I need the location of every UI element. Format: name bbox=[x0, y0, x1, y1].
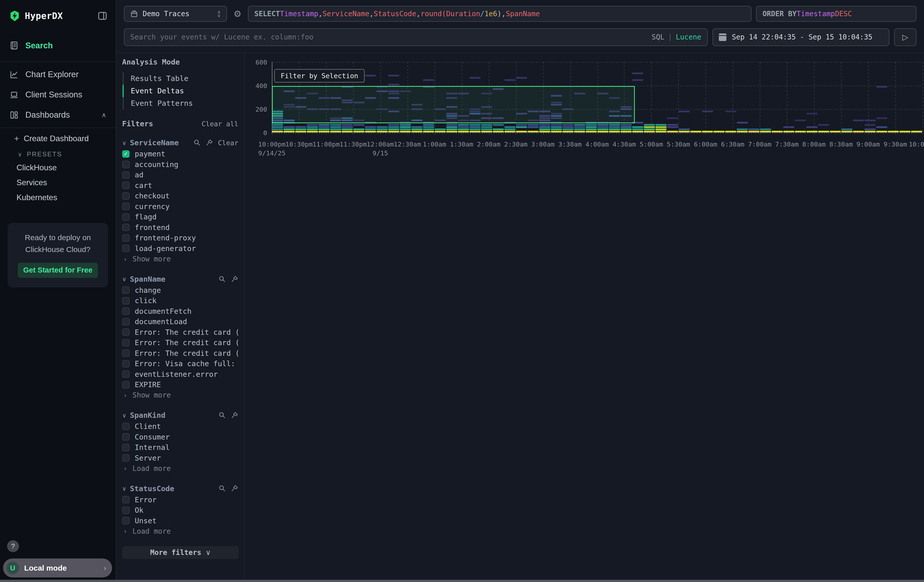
checkbox[interactable]: ✓ bbox=[122, 444, 130, 451]
filter-checkbox-row[interactable]: ✓ checkout bbox=[122, 191, 239, 201]
filter-group-header-spanname[interactable]: ∨ SpanName bbox=[122, 273, 239, 285]
sidebar-item-dashboards[interactable]: Dashboards ∧ bbox=[0, 105, 116, 125]
filter-checkbox-row[interactable]: ✓ Error bbox=[122, 495, 239, 505]
filter-checkbox-row[interactable]: ✓ Error: The credit card (… bbox=[122, 327, 239, 337]
filter-checkbox-row[interactable]: ✓ Unset bbox=[122, 516, 239, 526]
search-icon[interactable] bbox=[193, 139, 201, 147]
checkbox[interactable]: ✓ bbox=[122, 381, 130, 388]
mode-lucene-toggle[interactable]: Lucene bbox=[676, 33, 701, 41]
get-started-button[interactable]: Get Started for Free bbox=[18, 263, 98, 278]
checkbox[interactable]: ✓ bbox=[122, 161, 130, 168]
more-filters-button[interactable]: More filters ∨ bbox=[122, 546, 239, 559]
filter-checkbox-row[interactable]: ✓ ad bbox=[122, 170, 239, 180]
checkbox[interactable]: ✓ bbox=[122, 192, 130, 199]
checkbox[interactable]: ✓ bbox=[122, 506, 130, 514]
filter-checkbox-row[interactable]: ✓ payment bbox=[122, 149, 239, 159]
filter-group-header-spankind[interactable]: ∨ SpanKind bbox=[122, 409, 239, 421]
checkbox[interactable]: ✓ bbox=[122, 339, 130, 346]
filter-checkbox-row[interactable]: ✓ documentLoad bbox=[122, 317, 239, 327]
sidebar-item-search[interactable]: Search bbox=[0, 35, 116, 56]
checkbox[interactable]: ✓ bbox=[122, 371, 130, 378]
checkbox[interactable]: ✓ bbox=[122, 496, 130, 503]
checkbox[interactable]: ✓ bbox=[122, 224, 130, 231]
presets-toggle[interactable]: ∨ PRESETS bbox=[0, 147, 116, 160]
filter-checkbox-row[interactable]: ✓ load-generator bbox=[122, 243, 239, 254]
filter-checkbox-row[interactable]: ✓ EXPIRE bbox=[122, 379, 239, 390]
filter-checkbox-row[interactable]: ✓ Consumer bbox=[122, 432, 239, 442]
checkbox[interactable]: ✓ bbox=[122, 360, 130, 368]
sidebar-item-client-sessions[interactable]: Client Sessions bbox=[0, 84, 116, 105]
collapse-sidebar-icon[interactable] bbox=[97, 11, 107, 21]
filter-group-header-servicename[interactable]: ∨ ServiceName Clear bbox=[122, 137, 239, 149]
sidebar-preset-item[interactable]: Services bbox=[0, 175, 116, 190]
date-range-picker[interactable]: Sep 14 22:04:35 - Sep 15 10:04:35 bbox=[713, 28, 889, 46]
filter-checkbox-row[interactable]: ✓ Error: The credit card (… bbox=[122, 338, 239, 348]
pin-icon[interactable] bbox=[231, 485, 238, 492]
analysis-mode-item[interactable]: Event Deltas bbox=[124, 85, 238, 97]
checkbox[interactable]: ✓ bbox=[122, 307, 130, 315]
help-button[interactable]: ? bbox=[7, 540, 19, 552]
filter-checkbox-row[interactable]: ✓ click bbox=[122, 295, 239, 306]
filter-checkbox-row[interactable]: ✓ Ok bbox=[122, 505, 239, 515]
local-mode-button[interactable]: U Local mode › bbox=[3, 559, 112, 577]
checkbox[interactable]: ✓ bbox=[122, 297, 130, 304]
checkbox[interactable]: ✓ bbox=[122, 433, 130, 440]
filter-checkbox-row[interactable]: ✓ eventListener.error bbox=[122, 369, 239, 379]
mode-sql-toggle[interactable]: SQL bbox=[652, 33, 665, 41]
group-clear-link[interactable]: Clear bbox=[218, 139, 238, 147]
analysis-mode-item[interactable]: Results Table bbox=[124, 73, 238, 85]
checkbox[interactable]: ✓ bbox=[122, 150, 130, 158]
checkbox[interactable]: ✓ bbox=[122, 234, 130, 242]
spankind-load-more[interactable]: › Load more bbox=[122, 463, 239, 474]
filter-group-header-statuscode[interactable]: ∨ StatusCode bbox=[122, 483, 239, 495]
pin-icon[interactable] bbox=[205, 139, 213, 147]
spanname-show-more[interactable]: › Show more bbox=[122, 390, 239, 401]
filter-checkbox-row[interactable]: ✓ frontend-proxy bbox=[122, 233, 239, 243]
statuscode-load-more[interactable]: › Load more bbox=[122, 526, 239, 536]
settings-gear-icon[interactable]: ⚙ bbox=[232, 9, 243, 19]
checkbox[interactable]: ✓ bbox=[122, 287, 130, 294]
checkbox[interactable]: ✓ bbox=[122, 245, 130, 252]
checkbox[interactable]: ✓ bbox=[122, 203, 130, 210]
sidebar-item-chart-explorer[interactable]: Chart Explorer bbox=[0, 64, 116, 84]
source-select[interactable]: Demo Traces ∧∨ bbox=[124, 6, 227, 22]
checkbox[interactable]: ✓ bbox=[122, 171, 130, 179]
filter-checkbox-row[interactable]: ✓ accounting bbox=[122, 159, 239, 170]
filter-by-selection-tooltip[interactable]: Filter by Selection bbox=[274, 69, 365, 83]
checkbox[interactable]: ✓ bbox=[122, 423, 130, 430]
filter-checkbox-row[interactable]: ✓ change bbox=[122, 285, 239, 295]
sql-select-input[interactable]: SELECT Timestamp, ServiceName, StatusCod… bbox=[248, 6, 751, 22]
filter-checkbox-row[interactable]: ✓ cart bbox=[122, 180, 239, 191]
create-dashboard-button[interactable]: + Create Dashboard bbox=[0, 130, 116, 147]
filter-checkbox-row[interactable]: ✓ documentFetch bbox=[122, 306, 239, 316]
checkbox[interactable]: ✓ bbox=[122, 182, 130, 189]
checkbox[interactable]: ✓ bbox=[122, 517, 130, 524]
analysis-mode-item[interactable]: Event Patterns bbox=[124, 97, 238, 110]
checkbox[interactable]: ✓ bbox=[122, 454, 130, 462]
filter-checkbox-row[interactable]: ✓ frontend bbox=[122, 222, 239, 232]
checkbox[interactable]: ✓ bbox=[122, 328, 130, 336]
filter-checkbox-row[interactable]: ✓ flagd bbox=[122, 212, 239, 222]
sidebar-preset-item[interactable]: ClickHouse bbox=[0, 160, 116, 175]
filter-checkbox-row[interactable]: ✓ Error: Visa cache full: … bbox=[122, 358, 239, 369]
filter-checkbox-row[interactable]: ✓ currency bbox=[122, 201, 239, 211]
search-icon[interactable] bbox=[218, 411, 226, 419]
order-by-input[interactable]: ORDER BY Timestamp DESC bbox=[756, 6, 916, 22]
run-query-button[interactable]: ▷ bbox=[894, 28, 917, 46]
filter-checkbox-row[interactable]: ✓ Internal bbox=[122, 442, 239, 452]
servicename-show-more[interactable]: › Show more bbox=[122, 254, 239, 264]
search-icon[interactable] bbox=[218, 275, 226, 283]
sidebar-preset-item[interactable]: Kubernetes bbox=[0, 190, 116, 205]
checkbox[interactable]: ✓ bbox=[122, 350, 130, 357]
pin-icon[interactable] bbox=[231, 275, 238, 283]
checkbox[interactable]: ✓ bbox=[122, 213, 130, 221]
filter-checkbox-row[interactable]: ✓ Client bbox=[122, 421, 239, 432]
checkbox[interactable]: ✓ bbox=[122, 318, 130, 325]
filter-checkbox-row[interactable]: ✓ Server bbox=[122, 453, 239, 463]
search-icon[interactable] bbox=[218, 485, 226, 492]
clear-all-link[interactable]: Clear all bbox=[202, 120, 238, 128]
pin-icon[interactable] bbox=[231, 411, 238, 419]
chart-selection-rectangle[interactable] bbox=[272, 86, 635, 123]
filter-checkbox-row[interactable]: ✓ Error: The credit card (… bbox=[122, 348, 239, 358]
horizontal-scrollbar[interactable] bbox=[0, 580, 924, 582]
